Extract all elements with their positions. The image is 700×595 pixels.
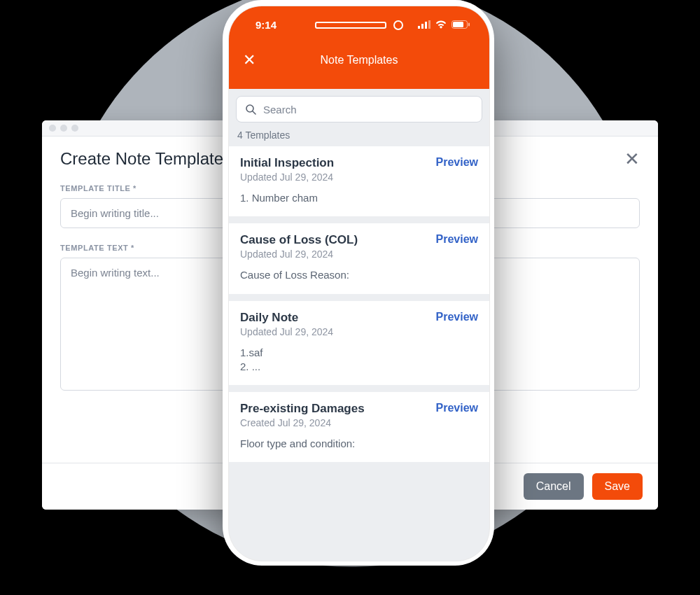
- close-icon[interactable]: ✕: [243, 51, 255, 69]
- cellular-icon: [418, 20, 430, 29]
- template-card[interactable]: Pre-existing Damages Created Jul 29, 202…: [229, 392, 489, 462]
- search-input[interactable]: [262, 103, 473, 116]
- svg-rect-5: [453, 22, 463, 27]
- cancel-button[interactable]: Cancel: [524, 473, 584, 500]
- phone-header-area: 9:14 ✕ Note Templates: [229, 6, 489, 89]
- save-button[interactable]: Save: [592, 473, 643, 500]
- screen-title: Note Templates: [229, 54, 489, 66]
- template-body: Floor type and condition:: [240, 437, 478, 451]
- search-box[interactable]: [236, 96, 482, 122]
- template-card[interactable]: Cause of Loss (COL) Updated Jul 29, 2024…: [229, 223, 489, 293]
- template-body: 1.saf 2. ...: [240, 346, 478, 374]
- wifi-icon: [435, 20, 447, 29]
- template-title: Daily Note: [240, 311, 333, 325]
- svg-rect-2: [425, 22, 427, 29]
- template-meta: Created Jul 29, 2024: [240, 417, 365, 428]
- status-time: 9:14: [255, 19, 276, 31]
- close-icon[interactable]: ✕: [624, 150, 640, 168]
- svg-rect-0: [418, 26, 420, 29]
- svg-rect-3: [428, 20, 430, 29]
- template-list: Initial Inspection Updated Jul 29, 2024 …: [229, 146, 489, 462]
- template-body: 1. Number cham: [240, 191, 478, 205]
- traffic-light-dot: [71, 125, 78, 132]
- template-meta: Updated Jul 29, 2024: [240, 248, 358, 260]
- search-section: [229, 89, 489, 125]
- preview-button[interactable]: Preview: [436, 156, 478, 169]
- template-meta: Updated Jul 29, 2024: [240, 326, 333, 337]
- preview-button[interactable]: Preview: [436, 233, 478, 246]
- traffic-light-dot: [60, 125, 67, 132]
- search-icon: [245, 104, 256, 115]
- template-count: 4 Templates: [229, 125, 489, 146]
- dynamic-island: [315, 20, 403, 30]
- phone-frame: 9:14 ✕ Note Templates 4: [223, 0, 494, 566]
- svg-line-8: [253, 111, 255, 114]
- preview-button[interactable]: Preview: [436, 402, 478, 414]
- template-title: Initial Inspection: [240, 156, 334, 170]
- template-title: Pre-existing Damages: [240, 402, 365, 416]
- svg-rect-6: [468, 23, 470, 27]
- template-body: Cause of Loss Reason:: [240, 268, 478, 282]
- svg-rect-1: [421, 24, 424, 29]
- phone-screen: 9:14 ✕ Note Templates 4: [228, 6, 490, 561]
- traffic-light-dot: [49, 125, 56, 132]
- template-meta: Updated Jul 29, 2024: [240, 172, 334, 183]
- preview-button[interactable]: Preview: [436, 311, 478, 323]
- battery-icon: [451, 20, 470, 29]
- screen-header: ✕ Note Templates: [229, 43, 489, 78]
- template-card[interactable]: Daily Note Updated Jul 29, 2024 Preview …: [229, 301, 489, 386]
- template-card[interactable]: Initial Inspection Updated Jul 29, 2024 …: [229, 146, 489, 216]
- page-title: Create Note Template: [60, 149, 223, 169]
- template-title: Cause of Loss (COL): [240, 233, 358, 247]
